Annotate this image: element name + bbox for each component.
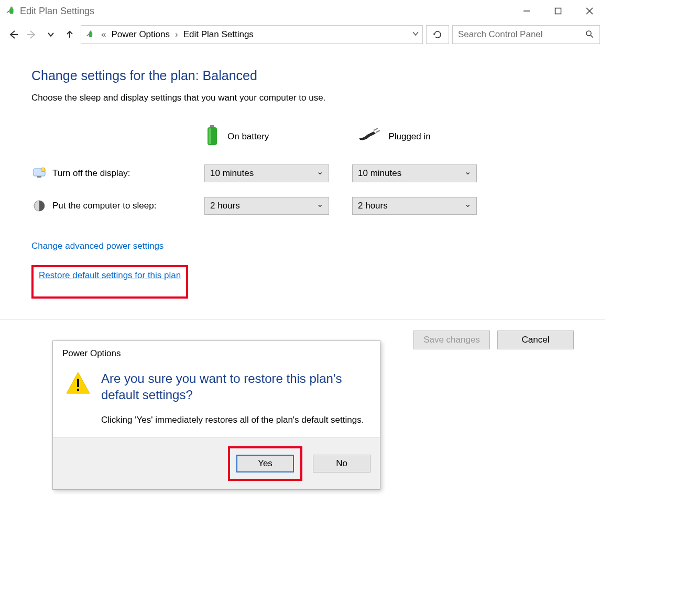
svg-rect-18 xyxy=(37,176,41,178)
sleep-plugged-dropdown[interactable]: 2 hours xyxy=(352,197,477,215)
window-title: Edit Plan Settings xyxy=(20,6,94,17)
svg-rect-1 xyxy=(10,7,13,8)
minimize-button[interactable] xyxy=(511,0,542,22)
maximize-button[interactable] xyxy=(542,0,574,22)
up-button[interactable] xyxy=(62,26,78,43)
search-box[interactable] xyxy=(452,25,600,44)
window-controls xyxy=(511,0,605,22)
confirm-dialog: Power Options Are you sure you want to r… xyxy=(52,340,380,360)
svg-rect-0 xyxy=(9,8,13,14)
display-icon xyxy=(31,166,47,181)
sleep-plugged-value: 2 hours xyxy=(358,201,388,211)
cancel-label: Cancel xyxy=(522,335,550,345)
svg-rect-14 xyxy=(209,128,211,144)
svg-point-19 xyxy=(41,168,45,172)
highlight-restore: Restore default settings for this plan xyxy=(31,265,188,299)
row-sleep: Put the computer to sleep: 2 hours 2 hou… xyxy=(31,197,574,215)
column-on-battery: On battery xyxy=(204,124,269,149)
svg-rect-8 xyxy=(89,32,93,37)
column-plugged-label: Plugged in xyxy=(388,131,430,142)
address-icon xyxy=(84,29,96,40)
app-icon xyxy=(5,5,17,17)
breadcrumb-power-options[interactable]: Power Options xyxy=(111,29,170,40)
sleep-icon xyxy=(31,198,47,214)
window-titlebar: Edit Plan Settings xyxy=(0,0,605,22)
row-display-label: Turn off the display: xyxy=(52,168,204,179)
search-icon[interactable] xyxy=(585,29,594,40)
column-battery-label: On battery xyxy=(227,131,269,142)
svg-rect-9 xyxy=(90,31,91,32)
display-battery-dropdown[interactable]: 10 minutes xyxy=(204,164,329,182)
forward-button[interactable] xyxy=(24,26,40,43)
display-plugged-value: 10 minutes xyxy=(358,168,401,179)
content-area: Change settings for the plan: Balanced C… xyxy=(0,47,605,309)
back-button[interactable] xyxy=(5,26,21,43)
nav-bar: « Power Options › Edit Plan Settings xyxy=(0,22,605,47)
svg-rect-12 xyxy=(210,125,214,127)
breadcrumb-edit-plan[interactable]: Edit Plan Settings xyxy=(183,29,254,40)
svg-line-15 xyxy=(374,128,378,130)
dialog-title: Power Options xyxy=(53,341,380,360)
refresh-button[interactable] xyxy=(426,25,449,44)
column-plugged-in: Plugged in xyxy=(358,127,430,146)
display-battery-value: 10 minutes xyxy=(210,168,254,179)
search-input[interactable] xyxy=(458,29,581,40)
address-dropdown-icon[interactable] xyxy=(412,29,419,40)
row-sleep-label: Put the computer to sleep: xyxy=(52,201,204,211)
plug-icon xyxy=(358,127,381,146)
close-button[interactable] xyxy=(574,0,605,22)
sleep-battery-dropdown[interactable]: 2 hours xyxy=(204,197,329,215)
save-changes-button[interactable]: Save changes xyxy=(413,331,490,349)
sleep-battery-value: 2 hours xyxy=(210,201,240,211)
page-subtitle: Choose the sleep and display settings th… xyxy=(31,93,574,103)
column-headers: On battery Plugged in xyxy=(204,124,574,149)
links-section: Change advanced power settings Restore d… xyxy=(31,241,574,299)
link-advanced-settings[interactable]: Change advanced power settings xyxy=(31,241,163,251)
svg-line-11 xyxy=(591,35,593,38)
page-heading: Change settings for the plan: Balanced xyxy=(31,68,574,83)
chevron-right-icon: › xyxy=(175,29,178,40)
address-bar[interactable]: « Power Options › Edit Plan Settings xyxy=(81,25,423,44)
row-turn-off-display: Turn off the display: 10 minutes 10 minu… xyxy=(31,164,574,182)
link-restore-defaults[interactable]: Restore default settings for this plan xyxy=(39,270,181,281)
svg-rect-3 xyxy=(555,8,561,14)
recent-button[interactable] xyxy=(43,26,59,43)
save-label: Save changes xyxy=(423,335,480,345)
breadcrumb-prefix: « xyxy=(101,29,106,40)
svg-line-16 xyxy=(376,130,380,133)
display-plugged-dropdown[interactable]: 10 minutes xyxy=(352,164,477,182)
svg-point-10 xyxy=(586,31,591,36)
cancel-button[interactable]: Cancel xyxy=(497,331,574,349)
battery-icon xyxy=(204,124,220,149)
